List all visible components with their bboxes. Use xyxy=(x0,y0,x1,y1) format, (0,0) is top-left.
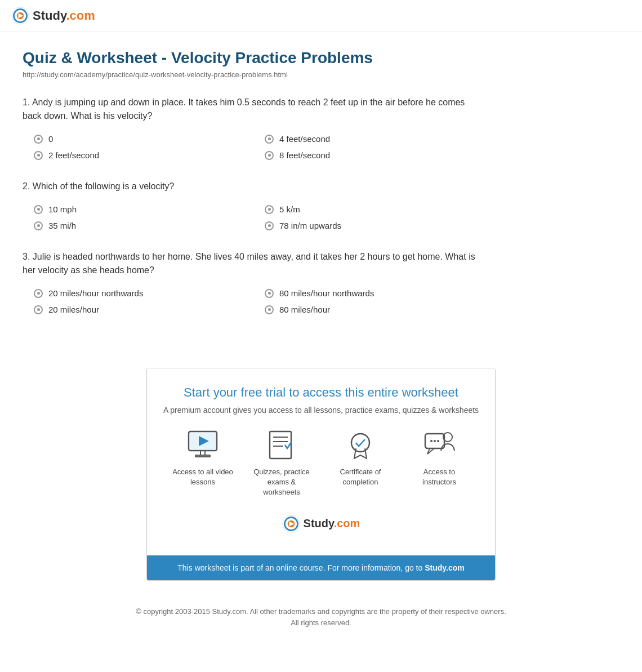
svg-marker-15 xyxy=(427,448,434,454)
radio-q1-4[interactable] xyxy=(265,151,274,160)
promo-features: Access to all video lessons xyxy=(158,429,484,509)
option-q2-3[interactable]: 35 mi/h xyxy=(34,221,253,230)
option-q3-4[interactable]: 80 miles/hour xyxy=(265,305,484,314)
svg-rect-9 xyxy=(270,431,291,459)
radio-q2-3[interactable] xyxy=(34,221,43,230)
svg-point-19 xyxy=(437,440,439,442)
logo-icon xyxy=(11,7,29,25)
promo-subtitle: A premium account gives you access to al… xyxy=(158,406,484,415)
copyright-text2: All rights reserved. xyxy=(11,617,631,629)
instructors-icon xyxy=(423,429,456,461)
question-1: 1. Andy is jumping up and down in place.… xyxy=(23,96,484,160)
radio-q2-4[interactable] xyxy=(265,221,274,230)
promo-footer-text: This worksheet is part of an online cour… xyxy=(177,563,425,572)
question-2: 2. Which of the following is a velocity?… xyxy=(23,180,484,230)
option-q3-3[interactable]: 20 miles/hour xyxy=(34,305,253,314)
feature-instructors: Access to instructors xyxy=(408,429,470,498)
option-q2-4[interactable]: 78 in/m upwards xyxy=(265,221,484,230)
svg-point-17 xyxy=(430,440,433,442)
radio-q2-2[interactable] xyxy=(265,205,274,214)
radio-q1-3[interactable] xyxy=(34,151,43,160)
feature-video-label: Access to all video lessons xyxy=(172,467,234,487)
radio-q3-2[interactable] xyxy=(265,289,274,298)
logo-text: Study.com xyxy=(33,8,95,23)
quizzes-icon xyxy=(265,429,298,461)
question-1-text: 1. Andy is jumping up and down in place.… xyxy=(23,96,484,123)
feature-certificate-label: Certificate of completion xyxy=(329,467,391,487)
radio-q3-1[interactable] xyxy=(34,289,43,298)
radio-q3-4[interactable] xyxy=(265,305,274,314)
option-q3-1[interactable]: 20 miles/hour northwards xyxy=(34,288,253,298)
question-2-options: 10 mph 5 k/m 35 mi/h 78 in/m upwards xyxy=(23,204,484,230)
promo-logo-icon xyxy=(282,515,300,533)
feature-quizzes: Quizzes, practice exams & worksheets xyxy=(251,429,313,498)
option-q2-1[interactable]: 10 mph xyxy=(34,204,253,214)
feature-quizzes-label: Quizzes, practice exams & worksheets xyxy=(251,467,313,498)
option-q1-1[interactable]: 0 xyxy=(34,134,253,144)
radio-q1-2[interactable] xyxy=(265,135,274,144)
svg-point-18 xyxy=(434,440,436,442)
svg-point-13 xyxy=(351,434,369,452)
feature-certificate: Certificate of completion xyxy=(329,429,391,498)
promo-logo: Study.com xyxy=(158,509,484,544)
feature-video-lessons: Access to all video lessons xyxy=(172,429,234,498)
option-q3-2[interactable]: 80 miles/hour northwards xyxy=(265,288,484,298)
main-content: Quiz & Worksheet - Velocity Practice Pro… xyxy=(0,32,507,351)
feature-instructors-label: Access to instructors xyxy=(408,467,470,487)
header: Study.com xyxy=(0,0,642,32)
svg-rect-8 xyxy=(195,455,210,457)
promo-footer-link[interactable]: Study.com xyxy=(425,563,465,572)
promo-footer: This worksheet is part of an online cour… xyxy=(147,555,495,580)
radio-q2-1[interactable] xyxy=(34,205,43,214)
option-q1-2[interactable]: 4 feet/second xyxy=(265,134,484,144)
video-lessons-icon xyxy=(186,429,219,461)
certificate-icon xyxy=(344,429,377,461)
question-3-options: 20 miles/hour northwards 80 miles/hour n… xyxy=(23,288,484,314)
promo-title: Start your free trial to access this ent… xyxy=(158,385,484,400)
promo-header: Start your free trial to access this ent… xyxy=(147,368,495,555)
page-url: http://study.com/academy/practice/quiz-w… xyxy=(23,70,484,79)
option-q1-3[interactable]: 2 feet/second xyxy=(34,150,253,160)
promo-logo-text: Study.com xyxy=(304,517,360,530)
promo-box: Start your free trial to access this ent… xyxy=(146,368,496,581)
logo[interactable]: Study.com xyxy=(11,7,95,25)
radio-q1-1[interactable] xyxy=(34,135,43,144)
question-1-options: 0 4 feet/second 2 feet/second 8 feet/sec… xyxy=(23,134,484,160)
option-q2-2[interactable]: 5 k/m xyxy=(265,204,484,214)
radio-q3-3[interactable] xyxy=(34,305,43,314)
question-3: 3. Julie is headed northwards to her hom… xyxy=(23,250,484,314)
copyright-section: © copyright 2003-2015 Study.com. All oth… xyxy=(0,592,642,644)
page-title: Quiz & Worksheet - Velocity Practice Pro… xyxy=(23,49,484,67)
question-2-text: 2. Which of the following is a velocity? xyxy=(23,180,484,193)
copyright-text: © copyright 2003-2015 Study.com. All oth… xyxy=(11,606,631,618)
question-3-text: 3. Julie is headed northwards to her hom… xyxy=(23,250,484,277)
option-q1-4[interactable]: 8 feet/second xyxy=(265,150,484,160)
